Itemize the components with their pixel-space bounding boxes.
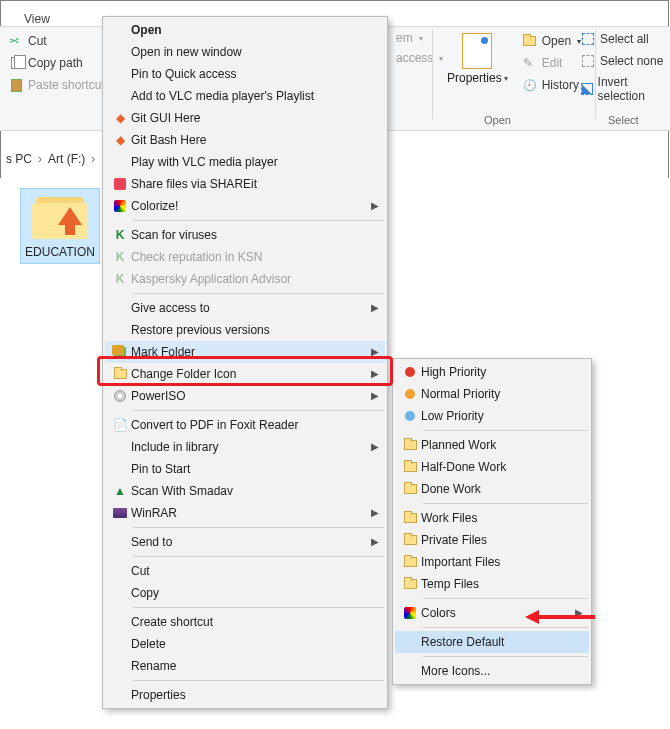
menu-separator	[133, 220, 384, 221]
select-group-label: Select	[608, 114, 639, 126]
chevron-right-icon: ▶	[371, 368, 379, 379]
menu-separator	[423, 598, 588, 599]
menu-convert-pdf[interactable]: 📄Convert to PDF in Foxit Reader	[105, 414, 385, 436]
menu-change-folder-icon[interactable]: Change Folder Icon▶	[105, 363, 385, 385]
menu-winrar[interactable]: WinRAR▶	[105, 502, 385, 524]
git-icon: ◆	[109, 111, 131, 125]
edit-icon	[522, 55, 538, 71]
properties-button[interactable]: Properties▾	[443, 29, 512, 85]
paste-shortcut-button[interactable]: Paste shortcut	[4, 75, 109, 95]
open-group-label: Open	[484, 114, 511, 126]
history-icon	[522, 77, 538, 93]
menu-git-bash[interactable]: ◆Git Bash Here	[105, 129, 385, 151]
open-button[interactable]: Open▾	[518, 31, 585, 51]
menu-poweriso[interactable]: PowerISO▶	[105, 385, 385, 407]
menu-delete[interactable]: Delete	[105, 633, 385, 655]
smadav-icon: ▲	[109, 484, 131, 498]
submenu-done-work[interactable]: Done Work	[395, 478, 589, 500]
menu-rename[interactable]: Rename	[105, 655, 385, 677]
copy-path-button[interactable]: Copy path	[4, 53, 109, 73]
menu-colorize[interactable]: Colorize!▶	[105, 195, 385, 217]
properties-label: Properties	[447, 71, 502, 85]
paste-shortcut-icon	[8, 77, 24, 93]
menu-mark-folder[interactable]: Mark Folder▶	[105, 341, 385, 363]
folder-temp-icon	[399, 579, 421, 589]
folder-small-icon	[399, 440, 421, 450]
folder-small-icon	[399, 484, 421, 494]
submenu-half-done[interactable]: Half-Done Work	[395, 456, 589, 478]
menu-play-vlc[interactable]: Play with VLC media player	[105, 151, 385, 173]
copy-path-label: Copy path	[28, 56, 83, 70]
submenu-restore-default[interactable]: Restore Default	[395, 631, 589, 653]
submenu-work-files[interactable]: Work Files	[395, 507, 589, 529]
menu-separator	[133, 607, 384, 608]
menu-check-ksn[interactable]: KCheck reputation in KSN	[105, 246, 385, 268]
winrar-icon	[109, 508, 131, 518]
menu-create-shortcut[interactable]: Create shortcut	[105, 611, 385, 633]
menu-open[interactable]: Open	[105, 19, 385, 41]
menu-restore-previous[interactable]: Restore previous versions	[105, 319, 385, 341]
open-group: Properties▾ Open▾ Edit History	[432, 29, 596, 119]
submenu-high-priority[interactable]: High Priority	[395, 361, 589, 383]
menu-open-new-window[interactable]: Open in new window	[105, 41, 385, 63]
select-group: Select all Select none Invert selection	[576, 29, 670, 105]
menu-scan-smadav[interactable]: ▲Scan With Smadav	[105, 480, 385, 502]
history-label: History	[542, 78, 579, 92]
mark-folder-submenu: High Priority Normal Priority Low Priori…	[392, 358, 592, 685]
select-all-button[interactable]: Select all	[576, 29, 670, 49]
menu-cut[interactable]: Cut	[105, 560, 385, 582]
folder-icon	[32, 193, 88, 239]
submenu-temp-files[interactable]: Temp Files	[395, 573, 589, 595]
select-all-icon	[580, 31, 596, 47]
menu-separator	[133, 556, 384, 557]
menu-send-to[interactable]: Send to▶	[105, 531, 385, 553]
invert-selection-button[interactable]: Invert selection	[576, 73, 670, 105]
breadcrumb[interactable]: s PC Art (F:)	[0, 152, 97, 166]
edit-button[interactable]: Edit	[518, 53, 585, 73]
submenu-low-priority[interactable]: Low Priority	[395, 405, 589, 427]
menu-kaspersky-advisor[interactable]: KKaspersky Application Advisor	[105, 268, 385, 290]
chevron-right-icon: ▶	[371, 346, 379, 357]
select-none-icon	[580, 53, 596, 69]
cut-icon	[8, 33, 24, 49]
folder-lock-icon	[399, 535, 421, 545]
chevron-right-icon: ▶	[371, 200, 379, 211]
priority-low-icon	[399, 411, 421, 421]
menu-scan-viruses[interactable]: KScan for viruses	[105, 224, 385, 246]
submenu-normal-priority[interactable]: Normal Priority	[395, 383, 589, 405]
invert-selection-icon	[580, 81, 594, 97]
menu-add-vlc-playlist[interactable]: Add to VLC media player's Playlist	[105, 85, 385, 107]
select-all-label: Select all	[600, 32, 649, 46]
menu-give-access[interactable]: Give access to▶	[105, 297, 385, 319]
invert-selection-label: Invert selection	[598, 75, 666, 103]
properties-icon	[462, 33, 492, 69]
chevron-right-icon: ▶	[371, 536, 379, 547]
history-button[interactable]: History	[518, 75, 585, 95]
submenu-important-files[interactable]: Important Files	[395, 551, 589, 573]
menu-pin-quick-access[interactable]: Pin to Quick access	[105, 63, 385, 85]
kaspersky-icon: K	[109, 272, 131, 286]
menu-properties[interactable]: Properties	[105, 684, 385, 706]
menu-separator	[133, 680, 384, 681]
menu-pin-start[interactable]: Pin to Start	[105, 458, 385, 480]
menu-copy[interactable]: Copy	[105, 582, 385, 604]
submenu-private-files[interactable]: Private Files	[395, 529, 589, 551]
folder-education[interactable]: EDUCATION	[20, 188, 100, 264]
menu-git-gui[interactable]: ◆Git GUI Here	[105, 107, 385, 129]
submenu-planned-work[interactable]: Planned Work	[395, 434, 589, 456]
submenu-more-icons[interactable]: More Icons...	[395, 660, 589, 682]
breadcrumb-art[interactable]: Art (F:)	[48, 152, 85, 166]
git-icon: ◆	[109, 133, 131, 147]
cut-button[interactable]: Cut	[4, 31, 109, 51]
breadcrumb-pc[interactable]: s PC	[6, 152, 32, 166]
change-icon-icon	[109, 369, 131, 379]
breadcrumb-sep-icon	[36, 152, 44, 166]
copy-path-icon	[8, 55, 24, 71]
menu-shareit[interactable]: Share files via SHAREit	[105, 173, 385, 195]
select-none-button[interactable]: Select none	[576, 51, 670, 71]
folder-label: EDUCATION	[25, 245, 95, 259]
folder-small-icon	[399, 513, 421, 523]
menu-include-library[interactable]: Include in library▶	[105, 436, 385, 458]
open-label: Open	[542, 34, 571, 48]
annotation-arrow	[525, 610, 595, 624]
